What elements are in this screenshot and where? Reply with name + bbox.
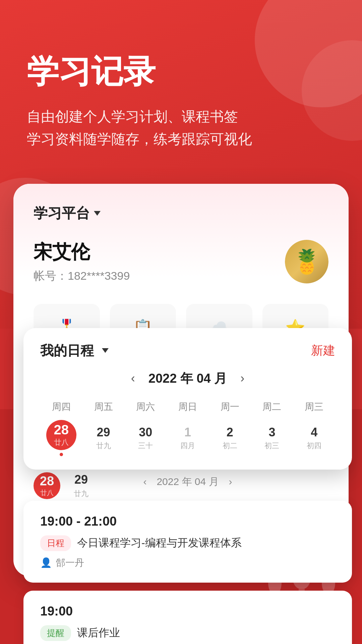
date-3-num: 3 (268, 425, 275, 439)
profile-name: 宋艾伦 (34, 239, 130, 265)
date-cell-30[interactable]: 30 三十 (124, 425, 167, 451)
date-cell-1[interactable]: 1 四月 (167, 425, 209, 451)
date-28-sub: 廿八 (54, 437, 69, 447)
date-28-circle: 28 廿八 (46, 420, 76, 450)
date-28-dot (60, 453, 63, 456)
month-nav: ‹ 2022 年 04 月 › (40, 370, 335, 387)
weekday-wed: 周三 (293, 400, 335, 413)
prev-month-button[interactable]: ‹ (131, 371, 135, 385)
date-1-sub: 四月 (180, 441, 195, 451)
schedule-popup-card: 我的日程 新建 ‹ 2022 年 04 月 › 周四 周五 (23, 328, 352, 470)
schedule-card-title-text: 我的日程 (40, 341, 94, 360)
event-1-username: 郜一丹 (56, 556, 84, 569)
hero-subtitle: 自由创建个人学习计划、课程书签 学习资料随学随存，练考跟踪可视化 (27, 105, 335, 150)
date-cell-4[interactable]: 4 初四 (293, 425, 335, 451)
event-cards-area: 19:00 - 21:00 日程 今日课程学习-编程与开发课程体系 👤 郜一丹 … (23, 501, 352, 644)
month-sec-prev[interactable]: ‹ (143, 476, 146, 487)
weekday-mon: 周一 (209, 400, 251, 413)
date-2-num: 2 (227, 425, 233, 439)
weekday-tue: 周二 (251, 400, 293, 413)
schedule-card-header: 我的日程 新建 (40, 341, 335, 360)
month-display: 2022 年 04 月 (148, 370, 227, 387)
month-sec-next[interactable]: › (229, 476, 232, 487)
avatar[interactable]: 🍍 (285, 240, 328, 283)
dropdown-arrow-icon[interactable] (94, 211, 101, 216)
event-2-time: 19:00 (40, 604, 335, 619)
date-3-sub: 初三 (264, 441, 279, 451)
event-2-badge: 提醒 (40, 625, 71, 641)
weekday-sat: 周六 (124, 400, 167, 413)
di-ai-badge: DI Ai (290, 525, 342, 550)
event-1-user-icon: 👤 (40, 557, 52, 568)
avatar-image: 🍍 (285, 240, 328, 283)
hero-subtitle-line1: 自由创建个人学习计划、课程书签 (27, 105, 335, 128)
event-2-row: 提醒 课后作业 (40, 625, 335, 641)
platform-header[interactable]: 学习平台 (34, 204, 328, 223)
weekday-sun: 周日 (167, 400, 209, 413)
card-area: 学习平台 宋艾伦 帐号：182****3399 🍍 🎖️ 证书 (0, 184, 362, 576)
app-wrapper: 学习记录 自由创建个人学习计划、课程书签 学习资料随学随存，练考跟踪可视化 学习… (0, 0, 362, 644)
weekday-thu: 周四 (40, 400, 82, 413)
event-1-user-row: 👤 郜一丹 (40, 556, 335, 569)
date-cell-2[interactable]: 2 初二 (209, 425, 251, 451)
event-card-2[interactable]: 19:00 提醒 课后作业 👤 郜一丹 (23, 591, 352, 644)
event-1-desc: 今日课程学习-编程与开发课程体系 (77, 536, 242, 550)
date-cell-28[interactable]: 28 廿八 (40, 420, 82, 456)
platform-title: 学习平台 (34, 204, 90, 223)
weekday-fri: 周五 (82, 400, 125, 413)
hero-section: 学习记录 自由创建个人学习计划、课程书签 学习资料随学随存，练考跟踪可视化 (0, 0, 362, 150)
date-row: 28 廿八 29 廿九 30 三十 (40, 420, 335, 456)
date-29-num: 29 (97, 425, 110, 439)
date-30-sub: 三十 (138, 441, 153, 451)
event-1-time: 19:00 - 21:00 (40, 514, 335, 529)
schedule-card-dropdown-icon[interactable] (102, 348, 109, 353)
date-1-num: 1 (184, 425, 191, 439)
profile-row: 宋艾伦 帐号：182****3399 🍍 (34, 239, 328, 284)
event-2-desc: 课后作业 (77, 626, 120, 640)
date-cell-29[interactable]: 29 廿九 (82, 425, 125, 451)
date-2-sub: 初二 (223, 441, 237, 451)
profile-info: 宋艾伦 帐号：182****3399 (34, 239, 130, 284)
date-4-num: 4 (311, 425, 317, 439)
hero-title: 学习记录 (27, 54, 335, 89)
main-card: 学习平台 宋艾伦 帐号：182****3399 🍍 🎖️ 证书 (13, 184, 349, 576)
week-labels-row: 周四 周五 周六 周日 周一 周二 周三 (40, 400, 335, 413)
date-4-sub: 初四 (307, 441, 321, 451)
next-month-button[interactable]: › (240, 371, 244, 385)
new-schedule-button[interactable]: 新建 (311, 342, 335, 359)
profile-account: 帐号：182****3399 (34, 268, 130, 284)
popup-overlay: 我的日程 新建 ‹ 2022 年 04 月 › 周四 周五 (23, 328, 352, 644)
date-cell-3[interactable]: 3 初三 (251, 425, 293, 451)
date-29-sub: 廿九 (96, 441, 111, 451)
schedule-card-title: 我的日程 (40, 341, 109, 360)
hero-subtitle-line2: 学习资料随学随存，练考跟踪可视化 (27, 128, 335, 150)
month-sec-text: 2022 年 04 月 (157, 475, 219, 489)
date-28-num: 28 (54, 422, 69, 437)
date-30-num: 30 (139, 425, 152, 439)
month-secondary-nav: ‹ 2022 年 04 月 › (23, 470, 352, 494)
event-1-badge: 日程 (40, 535, 71, 551)
